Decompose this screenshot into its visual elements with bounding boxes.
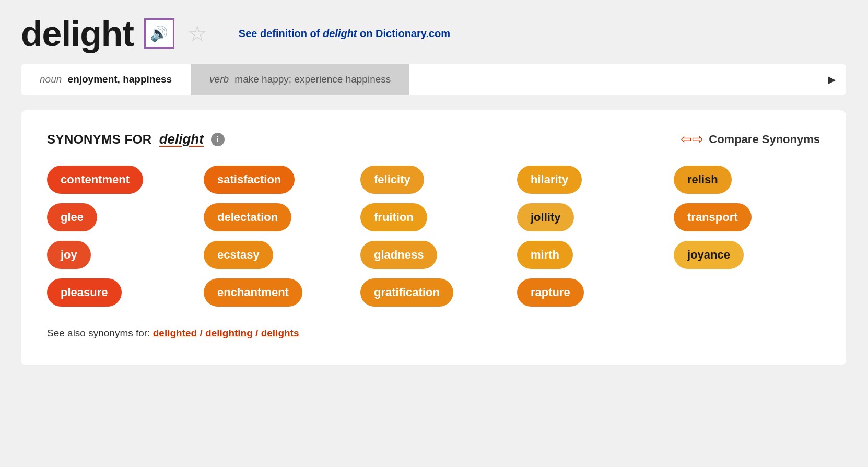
synonyms-header: SYNONYMS FOR delight i ⇦⇨ Compare Synony…: [47, 131, 820, 147]
synonyms-section: SYNONYMS FOR delight i ⇦⇨ Compare Synony…: [21, 110, 846, 365]
see-also-delighted[interactable]: delighted: [153, 328, 197, 338]
syn-col-2: satisfaction delectation ecstasy enchant…: [204, 166, 350, 307]
see-also-sep1: /: [197, 328, 205, 338]
tab-noun-pos: noun: [40, 74, 62, 85]
syn-col-5: relish transport joyance: [674, 166, 820, 269]
compare-arrows-icon: ⇦⇨: [681, 131, 703, 147]
syn-tag-contentment[interactable]: contentment: [47, 166, 143, 194]
see-also-delighting[interactable]: delighting: [205, 328, 253, 338]
speaker-icon: 🔊: [150, 25, 168, 42]
speaker-button[interactable]: 🔊: [144, 18, 174, 49]
syn-tag-felicity[interactable]: felicity: [360, 166, 424, 194]
synonyms-grid: contentment glee joy pleasure satisfacti…: [47, 166, 820, 307]
syn-col-3: felicity fruition gladness gratification: [360, 166, 507, 307]
syn-tag-gratification[interactable]: gratification: [360, 278, 453, 307]
syn-tag-jollity[interactable]: jollity: [517, 203, 574, 231]
tab-verb-text: make happy; experience happiness: [234, 74, 391, 85]
syn-col-4: hilarity jollity mirth rapture: [517, 166, 663, 307]
syn-tag-fruition[interactable]: fruition: [360, 203, 427, 231]
tabs-area: noun enjoyment, happiness verb make happ…: [21, 64, 846, 95]
syn-tag-satisfaction[interactable]: satisfaction: [204, 166, 295, 194]
syn-tag-ecstasy[interactable]: ecstasy: [204, 241, 273, 269]
tab-noun[interactable]: noun enjoyment, happiness: [21, 64, 191, 95]
synonyms-word[interactable]: delight: [159, 131, 204, 147]
syn-col-1: contentment glee joy pleasure: [47, 166, 193, 307]
see-also-prefix: See also synonyms for:: [47, 328, 150, 338]
syn-tag-mirth[interactable]: mirth: [517, 241, 573, 269]
tab-verb-pos: verb: [209, 74, 229, 85]
syn-tag-relish[interactable]: relish: [674, 166, 732, 194]
info-icon[interactable]: i: [211, 133, 225, 146]
tab-verb[interactable]: verb make happy; experience happiness: [191, 64, 409, 95]
see-also: See also synonyms for: delighted / delig…: [47, 328, 820, 339]
see-also-sep2: /: [253, 328, 261, 338]
syn-tag-delectation[interactable]: delectation: [204, 203, 291, 231]
synonyms-title: SYNONYMS FOR delight i: [47, 131, 225, 147]
see-also-delights[interactable]: delights: [261, 328, 299, 338]
tab-noun-text: enjoyment, happiness: [68, 74, 172, 85]
syn-tag-hilarity[interactable]: hilarity: [517, 166, 582, 194]
syn-tag-joy[interactable]: joy: [47, 241, 91, 269]
dictionary-link[interactable]: See definition of delight on Dictionary.…: [239, 28, 450, 40]
main-word: delight: [21, 16, 134, 51]
syn-tag-transport[interactable]: transport: [674, 203, 752, 231]
syn-tag-glee[interactable]: glee: [47, 203, 97, 231]
syn-tag-enchantment[interactable]: enchantment: [204, 278, 302, 307]
syn-tag-gladness[interactable]: gladness: [360, 241, 437, 269]
compare-label: Compare Synonyms: [709, 133, 820, 146]
syn-tag-joyance[interactable]: joyance: [674, 241, 744, 269]
header-area: delight 🔊 ☆ See definition of delight on…: [21, 16, 847, 51]
syn-tag-pleasure[interactable]: pleasure: [47, 278, 122, 307]
favorite-star-icon[interactable]: ☆: [187, 21, 207, 46]
syn-tag-rapture[interactable]: rapture: [517, 278, 584, 307]
synonyms-for-label: SYNONYMS FOR: [47, 132, 152, 147]
tab-next-arrow[interactable]: ▶: [828, 73, 836, 86]
compare-synonyms-button[interactable]: ⇦⇨ Compare Synonyms: [681, 131, 820, 147]
